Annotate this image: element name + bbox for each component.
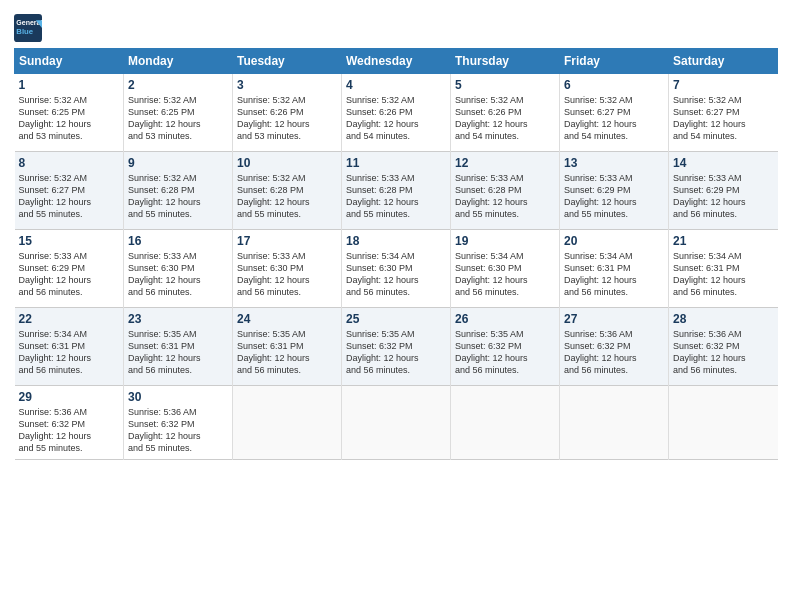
day-info: Sunrise: 5:33 AM Sunset: 6:29 PM Dayligh… bbox=[673, 172, 774, 221]
day-info: Sunrise: 5:34 AM Sunset: 6:31 PM Dayligh… bbox=[19, 328, 120, 377]
day-info: Sunrise: 5:32 AM Sunset: 6:28 PM Dayligh… bbox=[128, 172, 228, 221]
day-info: Sunrise: 5:32 AM Sunset: 6:27 PM Dayligh… bbox=[564, 94, 664, 143]
day-number: 25 bbox=[346, 312, 446, 326]
calendar-cell: 20Sunrise: 5:34 AM Sunset: 6:31 PM Dayli… bbox=[560, 230, 669, 308]
day-info: Sunrise: 5:35 AM Sunset: 6:32 PM Dayligh… bbox=[346, 328, 446, 377]
day-number: 6 bbox=[564, 78, 664, 92]
day-info: Sunrise: 5:34 AM Sunset: 6:31 PM Dayligh… bbox=[564, 250, 664, 299]
logo: General Blue bbox=[14, 14, 46, 42]
calendar-cell: 28Sunrise: 5:36 AM Sunset: 6:32 PM Dayli… bbox=[669, 308, 778, 386]
calendar-cell: 3Sunrise: 5:32 AM Sunset: 6:26 PM Daylig… bbox=[233, 74, 342, 152]
day-number: 10 bbox=[237, 156, 337, 170]
day-number: 16 bbox=[128, 234, 228, 248]
col-header-friday: Friday bbox=[560, 49, 669, 74]
day-info: Sunrise: 5:34 AM Sunset: 6:31 PM Dayligh… bbox=[673, 250, 774, 299]
day-number: 28 bbox=[673, 312, 774, 326]
calendar-cell: 6Sunrise: 5:32 AM Sunset: 6:27 PM Daylig… bbox=[560, 74, 669, 152]
calendar-cell: 11Sunrise: 5:33 AM Sunset: 6:28 PM Dayli… bbox=[342, 152, 451, 230]
day-number: 26 bbox=[455, 312, 555, 326]
day-number: 18 bbox=[346, 234, 446, 248]
calendar-cell bbox=[560, 386, 669, 460]
calendar-cell: 14Sunrise: 5:33 AM Sunset: 6:29 PM Dayli… bbox=[669, 152, 778, 230]
col-header-thursday: Thursday bbox=[451, 49, 560, 74]
day-number: 8 bbox=[19, 156, 120, 170]
calendar-cell: 26Sunrise: 5:35 AM Sunset: 6:32 PM Dayli… bbox=[451, 308, 560, 386]
day-info: Sunrise: 5:32 AM Sunset: 6:26 PM Dayligh… bbox=[237, 94, 337, 143]
logo-icon: General Blue bbox=[14, 14, 42, 42]
calendar-cell: 8Sunrise: 5:32 AM Sunset: 6:27 PM Daylig… bbox=[15, 152, 124, 230]
day-info: Sunrise: 5:32 AM Sunset: 6:28 PM Dayligh… bbox=[237, 172, 337, 221]
calendar-header-row: SundayMondayTuesdayWednesdayThursdayFrid… bbox=[15, 49, 778, 74]
day-number: 29 bbox=[19, 390, 120, 404]
calendar-cell: 17Sunrise: 5:33 AM Sunset: 6:30 PM Dayli… bbox=[233, 230, 342, 308]
day-number: 21 bbox=[673, 234, 774, 248]
day-number: 11 bbox=[346, 156, 446, 170]
calendar-cell bbox=[451, 386, 560, 460]
day-number: 4 bbox=[346, 78, 446, 92]
calendar-cell: 21Sunrise: 5:34 AM Sunset: 6:31 PM Dayli… bbox=[669, 230, 778, 308]
day-number: 7 bbox=[673, 78, 774, 92]
day-info: Sunrise: 5:33 AM Sunset: 6:30 PM Dayligh… bbox=[237, 250, 337, 299]
col-header-monday: Monday bbox=[124, 49, 233, 74]
col-header-sunday: Sunday bbox=[15, 49, 124, 74]
calendar-cell: 24Sunrise: 5:35 AM Sunset: 6:31 PM Dayli… bbox=[233, 308, 342, 386]
calendar-cell bbox=[233, 386, 342, 460]
calendar-cell: 2Sunrise: 5:32 AM Sunset: 6:25 PM Daylig… bbox=[124, 74, 233, 152]
day-number: 27 bbox=[564, 312, 664, 326]
day-number: 23 bbox=[128, 312, 228, 326]
day-number: 1 bbox=[19, 78, 120, 92]
day-number: 24 bbox=[237, 312, 337, 326]
col-header-wednesday: Wednesday bbox=[342, 49, 451, 74]
calendar-cell: 30Sunrise: 5:36 AM Sunset: 6:32 PM Dayli… bbox=[124, 386, 233, 460]
header: General Blue bbox=[14, 10, 778, 42]
day-number: 19 bbox=[455, 234, 555, 248]
calendar-cell: 23Sunrise: 5:35 AM Sunset: 6:31 PM Dayli… bbox=[124, 308, 233, 386]
day-info: Sunrise: 5:33 AM Sunset: 6:29 PM Dayligh… bbox=[19, 250, 120, 299]
calendar-cell: 25Sunrise: 5:35 AM Sunset: 6:32 PM Dayli… bbox=[342, 308, 451, 386]
day-number: 20 bbox=[564, 234, 664, 248]
day-info: Sunrise: 5:33 AM Sunset: 6:28 PM Dayligh… bbox=[455, 172, 555, 221]
svg-text:Blue: Blue bbox=[16, 27, 34, 36]
day-info: Sunrise: 5:32 AM Sunset: 6:27 PM Dayligh… bbox=[673, 94, 774, 143]
calendar-cell: 4Sunrise: 5:32 AM Sunset: 6:26 PM Daylig… bbox=[342, 74, 451, 152]
day-number: 2 bbox=[128, 78, 228, 92]
day-info: Sunrise: 5:32 AM Sunset: 6:26 PM Dayligh… bbox=[346, 94, 446, 143]
calendar-cell: 22Sunrise: 5:34 AM Sunset: 6:31 PM Dayli… bbox=[15, 308, 124, 386]
col-header-saturday: Saturday bbox=[669, 49, 778, 74]
calendar-cell: 19Sunrise: 5:34 AM Sunset: 6:30 PM Dayli… bbox=[451, 230, 560, 308]
day-info: Sunrise: 5:33 AM Sunset: 6:28 PM Dayligh… bbox=[346, 172, 446, 221]
calendar-cell: 10Sunrise: 5:32 AM Sunset: 6:28 PM Dayli… bbox=[233, 152, 342, 230]
day-number: 30 bbox=[128, 390, 228, 404]
calendar-cell: 1Sunrise: 5:32 AM Sunset: 6:25 PM Daylig… bbox=[15, 74, 124, 152]
day-info: Sunrise: 5:35 AM Sunset: 6:31 PM Dayligh… bbox=[237, 328, 337, 377]
calendar-cell bbox=[342, 386, 451, 460]
day-number: 15 bbox=[19, 234, 120, 248]
day-info: Sunrise: 5:35 AM Sunset: 6:31 PM Dayligh… bbox=[128, 328, 228, 377]
day-info: Sunrise: 5:36 AM Sunset: 6:32 PM Dayligh… bbox=[19, 406, 120, 455]
day-number: 13 bbox=[564, 156, 664, 170]
calendar-cell: 9Sunrise: 5:32 AM Sunset: 6:28 PM Daylig… bbox=[124, 152, 233, 230]
day-number: 9 bbox=[128, 156, 228, 170]
day-number: 14 bbox=[673, 156, 774, 170]
day-info: Sunrise: 5:32 AM Sunset: 6:27 PM Dayligh… bbox=[19, 172, 120, 221]
calendar-cell: 29Sunrise: 5:36 AM Sunset: 6:32 PM Dayli… bbox=[15, 386, 124, 460]
day-number: 3 bbox=[237, 78, 337, 92]
day-info: Sunrise: 5:32 AM Sunset: 6:25 PM Dayligh… bbox=[128, 94, 228, 143]
day-number: 17 bbox=[237, 234, 337, 248]
day-number: 22 bbox=[19, 312, 120, 326]
calendar-cell: 5Sunrise: 5:32 AM Sunset: 6:26 PM Daylig… bbox=[451, 74, 560, 152]
calendar-cell: 7Sunrise: 5:32 AM Sunset: 6:27 PM Daylig… bbox=[669, 74, 778, 152]
calendar-cell: 27Sunrise: 5:36 AM Sunset: 6:32 PM Dayli… bbox=[560, 308, 669, 386]
day-info: Sunrise: 5:32 AM Sunset: 6:26 PM Dayligh… bbox=[455, 94, 555, 143]
calendar-cell: 16Sunrise: 5:33 AM Sunset: 6:30 PM Dayli… bbox=[124, 230, 233, 308]
calendar-cell: 13Sunrise: 5:33 AM Sunset: 6:29 PM Dayli… bbox=[560, 152, 669, 230]
calendar-cell: 15Sunrise: 5:33 AM Sunset: 6:29 PM Dayli… bbox=[15, 230, 124, 308]
calendar-cell: 12Sunrise: 5:33 AM Sunset: 6:28 PM Dayli… bbox=[451, 152, 560, 230]
day-info: Sunrise: 5:36 AM Sunset: 6:32 PM Dayligh… bbox=[564, 328, 664, 377]
day-info: Sunrise: 5:36 AM Sunset: 6:32 PM Dayligh… bbox=[673, 328, 774, 377]
calendar-cell bbox=[669, 386, 778, 460]
calendar-page: General Blue SundayMondayTuesdayWednesda… bbox=[0, 0, 792, 612]
day-info: Sunrise: 5:33 AM Sunset: 6:30 PM Dayligh… bbox=[128, 250, 228, 299]
calendar-table: SundayMondayTuesdayWednesdayThursdayFrid… bbox=[14, 48, 778, 460]
day-info: Sunrise: 5:35 AM Sunset: 6:32 PM Dayligh… bbox=[455, 328, 555, 377]
